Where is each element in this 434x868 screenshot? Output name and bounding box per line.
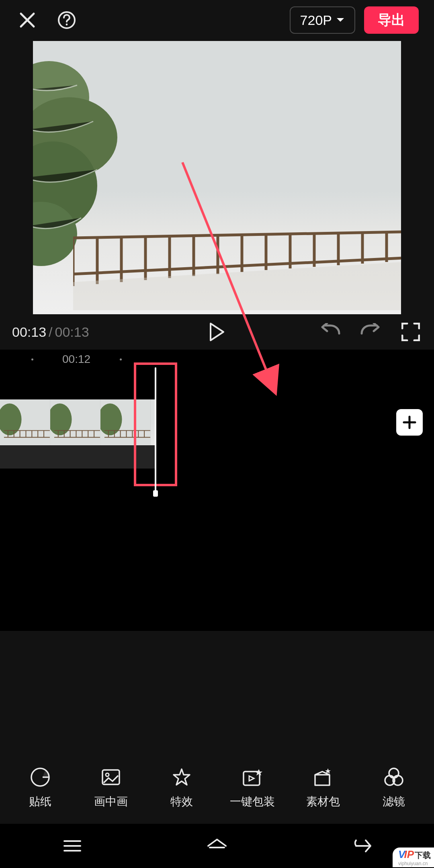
export-label: 导出 (378, 11, 405, 29)
tool-label: 滤镜 (383, 794, 405, 809)
tool-label: 贴纸 (29, 794, 51, 809)
tool-label: 素材包 (306, 794, 340, 809)
clip-thumbnail[interactable] (50, 399, 100, 445)
redo-button[interactable] (359, 321, 382, 343)
system-navbar (0, 824, 434, 868)
secondary-track[interactable] (0, 445, 155, 469)
resolution-dropdown[interactable]: 720P (290, 6, 355, 34)
resolution-label: 720P (300, 12, 332, 28)
tool-autopack[interactable]: 一键包装 (224, 766, 280, 809)
nav-menu-button[interactable] (56, 834, 88, 858)
watermark: VIP下载 viphuiyuan.cn (393, 848, 434, 867)
close-button[interactable] (15, 8, 39, 32)
filter-icon (383, 767, 405, 788)
playhead[interactable] (155, 367, 156, 492)
playback-bar: 00:13 / 00:13 (0, 314, 434, 350)
current-time: 00:13 (12, 324, 46, 340)
nav-home-button[interactable] (201, 834, 233, 858)
preview-railing-graphic (73, 230, 401, 310)
back-icon (350, 838, 373, 854)
undo-icon (320, 323, 341, 341)
assets-icon (312, 767, 334, 788)
clip-thumbnail[interactable] (0, 399, 50, 445)
watermark-brand-ip: IP (404, 848, 414, 860)
chevron-down-icon (336, 17, 345, 23)
tool-pip[interactable]: 画中画 (83, 766, 139, 809)
close-icon (18, 11, 36, 29)
effects-icon (171, 767, 192, 788)
help-button[interactable] (55, 8, 79, 32)
add-clip-button[interactable] (396, 409, 423, 436)
sticker-icon (30, 767, 51, 788)
autopack-icon (241, 767, 264, 788)
tool-effects[interactable]: 特效 (154, 766, 210, 809)
nav-back-button[interactable] (346, 834, 378, 858)
plus-icon (402, 415, 417, 430)
fullscreen-button[interactable] (399, 321, 422, 343)
time-separator: / (49, 324, 52, 340)
menu-icon (62, 838, 83, 854)
tool-label: 一键包装 (230, 794, 275, 809)
tool-assets[interactable]: 素材包 (295, 766, 351, 809)
editor-header: 720P 导出 (0, 0, 434, 40)
total-time: 00:13 (55, 324, 89, 340)
pip-icon (100, 767, 121, 788)
timeline-ruler: 00:12 (0, 350, 434, 369)
play-button[interactable] (205, 320, 229, 344)
help-icon (57, 10, 76, 30)
svg-point-15 (106, 773, 109, 776)
preview-area (0, 41, 434, 314)
bottom-toolbar: 贴纸 画中画 特效 一键包装 素材包 滤镜 (0, 755, 434, 820)
video-preview[interactable] (33, 41, 401, 314)
tool-label: 特效 (170, 794, 193, 809)
home-icon (206, 837, 228, 855)
tool-filter[interactable]: 滤镜 (366, 766, 422, 809)
tool-label: 画中画 (94, 794, 128, 809)
play-icon (209, 323, 225, 341)
tool-sticker[interactable]: 贴纸 (12, 766, 68, 809)
svg-point-1 (66, 24, 68, 26)
fullscreen-icon (401, 323, 420, 341)
export-button[interactable]: 导出 (364, 6, 419, 34)
redo-icon (360, 323, 381, 341)
undo-button[interactable] (319, 321, 342, 343)
ruler-time-label: 00:12 (62, 353, 90, 366)
watermark-brand-suffix: 下载 (415, 851, 431, 860)
video-track[interactable] (0, 399, 155, 445)
watermark-url: viphuiyuan.cn (398, 861, 428, 866)
playhead-handle[interactable] (153, 490, 158, 497)
timeline[interactable]: 00:12 (0, 350, 434, 631)
svg-point-17 (389, 768, 399, 778)
